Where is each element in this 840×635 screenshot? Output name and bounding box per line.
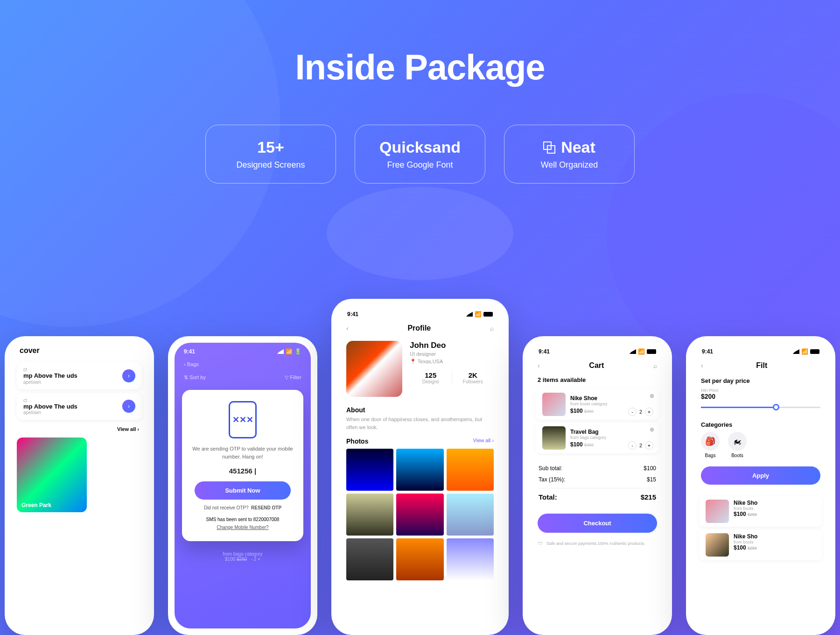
item-image	[542, 426, 566, 450]
status-time: 9:41	[184, 348, 195, 355]
item-name: Nike Shoe	[570, 395, 652, 402]
phone-otp: 9:41 📶🔋 ‹ Bags ⇅ Sort by ▽ Filter ✕✕✕ We…	[168, 336, 317, 635]
categories-heading: Categories	[693, 415, 829, 432]
total-label: Total:	[539, 493, 557, 501]
qty-minus[interactable]: -	[628, 441, 637, 450]
otp-input[interactable]: 451256 |	[189, 467, 296, 475]
stat-followers: 2KFollowers	[452, 371, 494, 384]
phone-cart: 9:41 📶 ‹ Cart ⌕ 2 items available Nike S…	[523, 336, 672, 635]
discover-title: cover	[20, 346, 40, 355]
result-item[interactable]: Nike Sho from boots $100 $250	[699, 529, 822, 560]
item-category: from boots	[734, 506, 757, 511]
photo-title: Green Park	[21, 502, 51, 508]
item-name: Travel Bag	[570, 429, 652, 435]
back-icon[interactable]: ‹	[701, 362, 703, 369]
pill-big: 15+	[229, 138, 312, 156]
shield-icon: 🛡	[539, 541, 543, 546]
pill-big: Neat	[561, 138, 595, 156]
submit-button[interactable]: Submit Now	[195, 481, 290, 500]
profile-role: UI designer	[410, 351, 494, 357]
sms-sent: SMS has been sent to 8220007008	[189, 517, 296, 522]
resend-row: Did not receive OTP? RESEND OTP	[189, 505, 296, 510]
phone-icon: ✕✕✕	[229, 401, 257, 438]
status-icons: 📶🔋	[277, 348, 301, 355]
filter-link[interactable]: ▽ Filter	[285, 374, 301, 381]
photos-heading: Photos	[346, 437, 368, 445]
card-loc: apetown	[23, 410, 77, 415]
change-number-link[interactable]: Change Mobile Number?	[189, 525, 296, 530]
phone-discover: cover ct mp Above The uds apetown › ct m…	[5, 336, 154, 635]
price-slider[interactable]	[701, 407, 820, 408]
qty-plus[interactable]: +	[645, 408, 653, 416]
photo-thumb[interactable]	[396, 449, 443, 491]
photo-thumb[interactable]	[396, 494, 443, 536]
stat-designs: 125Designs	[410, 371, 452, 384]
resend-link[interactable]: RESEND OTP	[251, 505, 281, 510]
cart-item: Travel Bag from bags category $100 $250 …	[536, 423, 659, 453]
profile-location: 📍 Texas,USA	[410, 359, 494, 365]
view-all-link[interactable]: View all ›	[11, 423, 147, 435]
status-icons: 📶	[466, 311, 493, 318]
photo-card[interactable]: Green Park ★ 2.8	[17, 437, 87, 512]
remove-icon[interactable]: ⊗	[650, 426, 654, 433]
card-title: mp Above The uds	[23, 372, 77, 380]
apply-button[interactable]: Apply	[701, 466, 820, 485]
qty-minus[interactable]: -	[628, 408, 637, 416]
photo-thumb[interactable]	[396, 538, 443, 580]
search-icon[interactable]: ⌕	[490, 325, 494, 332]
list-card[interactable]: ct mp Above The uds apetown ›	[17, 393, 142, 420]
min-label: Min Price	[693, 388, 829, 393]
card-tag: ct	[23, 398, 77, 403]
pill-big: Quicksand	[378, 138, 462, 156]
card-loc: apetown	[23, 380, 77, 385]
back-icon[interactable]: ‹	[538, 362, 540, 369]
category-bags[interactable]: 🎒Bags	[701, 432, 720, 458]
status-time: 9:41	[702, 348, 713, 355]
back-link[interactable]: ‹ Bags	[184, 361, 199, 367]
back-icon[interactable]: ‹	[346, 325, 349, 332]
photo-thumb[interactable]	[447, 494, 494, 536]
photo-thumb[interactable]	[447, 538, 494, 580]
otp-message: We are sending OTP to validate your mobi…	[189, 445, 296, 460]
price-heading: Set per day price	[693, 374, 829, 388]
result-item[interactable]: Nike Sho from boots $100 $250	[699, 496, 822, 527]
item-category: from boots	[734, 540, 757, 544]
remove-icon[interactable]: ⊗	[650, 393, 654, 399]
pill-small: Designed Screens	[229, 160, 312, 170]
item-category: from boots category	[570, 402, 652, 406]
status-time: 9:41	[539, 348, 550, 355]
cart-item: Nike Shoe from boots category $100 $250 …	[536, 389, 659, 420]
pill-small: Free Google Font	[378, 160, 462, 170]
tax-value: $15	[647, 476, 656, 483]
list-card[interactable]: ct mp Above The uds apetown ›	[17, 362, 142, 389]
status-icons: 📶	[630, 348, 656, 355]
view-all-link[interactable]: View all ›	[473, 437, 494, 445]
category-boots[interactable]: 🏍Boots	[728, 432, 747, 458]
photo-thumb[interactable]	[346, 449, 393, 491]
qty-value: 2	[639, 443, 642, 448]
pill-neat: Neat Well Organized	[504, 125, 635, 183]
otp-modal: ✕✕✕ We are sending OTP to validate your …	[182, 390, 303, 541]
photo-thumb[interactable]	[346, 494, 393, 536]
search-icon[interactable]: ⌕	[653, 362, 657, 369]
items-heading: 2 items available	[529, 374, 665, 386]
checkout-button[interactable]: Checkout	[538, 514, 657, 533]
secure-text: Safe and secure payments.100% Authentic …	[546, 541, 645, 546]
tax-label: Tax (15%):	[539, 476, 565, 483]
phone-profile: 9:41 📶 ‹ Profile ⌕ John Deo UI designer …	[331, 299, 509, 635]
page-title: Cart	[589, 361, 604, 370]
arrow-button[interactable]: ›	[122, 369, 135, 382]
qty-value: 2	[639, 409, 642, 415]
qty-plus[interactable]: +	[645, 441, 653, 450]
arrow-button[interactable]: ›	[122, 400, 135, 413]
profile-name: John Deo	[410, 341, 494, 350]
item-image	[542, 393, 566, 416]
card-title: mp Above The uds	[23, 403, 77, 410]
photo-thumb[interactable]	[447, 449, 494, 491]
avatar	[346, 341, 402, 397]
pill-font: Quicksand Free Google Font	[355, 125, 485, 183]
pill-screens: 15+ Designed Screens	[205, 125, 336, 183]
status-time: 9:41	[347, 311, 358, 318]
sort-link[interactable]: ⇅ Sort by	[184, 374, 206, 381]
photo-thumb[interactable]	[346, 538, 393, 580]
